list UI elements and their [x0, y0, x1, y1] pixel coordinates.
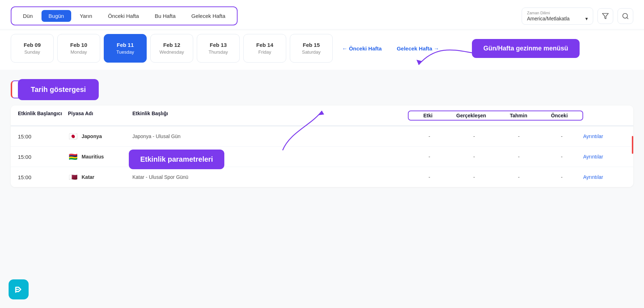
th-gerceklesen: Gerçekleşen — [456, 113, 486, 118]
chevron-down-icon: ▾ — [585, 16, 588, 21]
country-cell: 🇶🇦 Katar — [68, 172, 132, 182]
nav-btn-dun[interactable]: Dün — [16, 10, 40, 22]
title-cell: Katar - Ulusal Spor Günü — [132, 174, 408, 180]
country-cell: 🇯🇵 Japonya — [68, 131, 132, 141]
th-onceki: Önceki — [551, 113, 568, 118]
etki-cell: - — [408, 174, 451, 180]
annotation-tarih: Tarih göstergesi — [18, 79, 99, 100]
tahmin-cell: - — [497, 174, 540, 180]
day-feb12[interactable]: Feb 12 Wednesday — [150, 34, 193, 63]
th-market: Piyasa Adı — [68, 111, 132, 121]
nav-btn-bu-hafta[interactable]: Bu Hafta — [147, 10, 182, 22]
next-week-btn[interactable]: Gelecek Hafta → — [391, 43, 445, 54]
day-feb13[interactable]: Feb 13 Thursday — [197, 34, 240, 63]
events-table: Etkinlik Başlangıcı Piyasa Adı Etkinlik … — [11, 106, 633, 187]
main-content: 📅 Feb 11, 2025 Tarih göstergesi Etkinlik… — [0, 70, 644, 187]
search-button[interactable] — [618, 8, 633, 24]
gerceklesen-cell: - — [451, 154, 497, 160]
flag-mauritius: 🇲🇺 — [68, 152, 78, 162]
tahmin-cell: - — [497, 154, 540, 160]
day-feb14[interactable]: Feb 14 Friday — [243, 34, 286, 63]
row2-wrapper: 15:00 🇲🇺 Mauritius Mauritius - Ulusal Gü… — [11, 147, 633, 167]
onceki-cell: - — [540, 154, 583, 160]
top-right-controls: Zaman Dilimi America/Metlakatla ▾ — [522, 8, 633, 25]
day-feb15[interactable]: Feb 15 Saturday — [290, 34, 333, 63]
filter-button[interactable] — [597, 8, 613, 24]
timezone-dropdown[interactable]: Zaman Dilimi America/Metlakatla ▾ — [522, 8, 593, 25]
onceki-cell: - — [540, 133, 583, 139]
flag-japonya: 🇯🇵 — [68, 131, 78, 141]
table-row: 15:00 🇯🇵 Japonya Japonya - Ulusal Gün - … — [11, 126, 633, 147]
svg-marker-0 — [602, 13, 609, 19]
th-etki: Etki — [423, 113, 433, 118]
time-cell: 15:00 — [18, 174, 68, 180]
date-display-row: 📅 Feb 11, 2025 Tarih göstergesi — [11, 80, 633, 98]
table-row: 15:00 🇲🇺 Mauritius Mauritius - Ulusal Gü… — [11, 147, 633, 167]
time-cell: 15:00 — [18, 133, 68, 140]
tahmin-cell: - — [497, 133, 540, 139]
day-feb11[interactable]: Feb 11 Tuesday — [104, 34, 147, 63]
day-feb09[interactable]: Feb 09 Sunday — [11, 34, 54, 63]
day-feb10[interactable]: Feb 10 Monday — [57, 34, 100, 63]
nav-buttons-container: Dün Bugün Yarın Önceki Hafta Bu Hafta Ge… — [11, 6, 238, 25]
nav-btn-onceki-hafta[interactable]: Önceki Hafta — [101, 10, 146, 22]
prev-week-btn[interactable]: ← Önceki Hafta — [336, 43, 387, 54]
gerceklesen-cell: - — [451, 174, 497, 180]
app-logo — [9, 279, 29, 299]
onceki-cell: - — [540, 174, 583, 180]
svg-line-2 — [627, 17, 628, 19]
top-bar: Dün Bugün Yarın Önceki Hafta Bu Hafta Ge… — [0, 0, 644, 29]
flag-katar: 🇶🇦 — [68, 172, 78, 182]
th-title: Etkinlik Başlığı — [132, 111, 408, 121]
timezone-value: America/Metlakatla — [527, 16, 570, 21]
etki-cell: - — [408, 133, 451, 139]
title-cell: Japonya - Ulusal Gün — [132, 133, 408, 139]
nav-btn-bugun[interactable]: Bugün — [42, 10, 71, 22]
annotation-etkinlik: Etkinlik parametreleri — [129, 150, 224, 169]
annotation-gun-hafta: Gün/Hafta gezinme menüsü — [472, 39, 580, 58]
table-row: 15:00 🇶🇦 Katar Katar - Ulusal Spor Günü … — [11, 167, 633, 187]
etki-cell: - — [408, 154, 451, 160]
detail-link[interactable]: Ayrıntılar — [583, 154, 626, 160]
th-group: Etki Gerçekleşen Tahmin Önceki — [408, 111, 583, 121]
nav-btn-gelecek-hafta[interactable]: Gelecek Hafta — [184, 10, 233, 22]
time-cell: 15:00 — [18, 154, 68, 160]
detail-link[interactable]: Ayrıntılar — [583, 174, 626, 180]
nav-btn-yarin[interactable]: Yarın — [73, 10, 99, 22]
table-header-row: Etkinlik Başlangıcı Piyasa Adı Etkinlik … — [11, 106, 633, 126]
th-tahmin: Tahmin — [510, 113, 527, 118]
detail-link[interactable]: Ayrıntılar — [583, 133, 626, 139]
country-cell: 🇲🇺 Mauritius — [68, 152, 132, 162]
th-start: Etkinlik Başlangıcı — [18, 111, 68, 121]
gerceklesen-cell: - — [451, 133, 497, 139]
timezone-label: Zaman Dilimi — [527, 11, 588, 15]
